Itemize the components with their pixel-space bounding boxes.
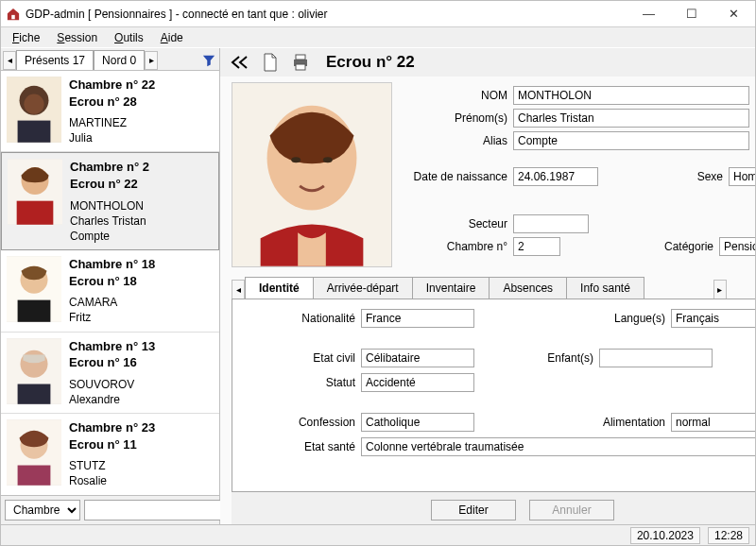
- detail-tabs-left[interactable]: ◂: [232, 280, 245, 299]
- tab-info-sante[interactable]: Info santé: [566, 277, 644, 299]
- tab-absences[interactable]: Absences: [489, 277, 567, 299]
- list-item-info: Chambre n° 22 Ecrou n° 28 MARTINEZ Julia: [69, 77, 155, 145]
- titlebar: GDP-admin [ Pensionnaires ] - connecté e…: [1, 1, 755, 27]
- app-icon: [7, 8, 20, 21]
- cancel-button: Annuler: [529, 500, 614, 520]
- tabs-scroll-right[interactable]: ▸: [145, 51, 158, 70]
- identite-form: Nationalité France Langue(s) Français Et…: [232, 299, 755, 492]
- action-buttons: Editer Annuler: [232, 492, 755, 524]
- surname-field[interactable]: MONTHOLON: [513, 86, 749, 105]
- maximize-button[interactable]: ☐: [670, 1, 713, 27]
- close-button[interactable]: ✕: [713, 1, 755, 27]
- detail-tabs: ◂ Identité Arrivée-départ Inventaire Abs…: [232, 277, 755, 299]
- category-field[interactable]: Pensionnaire: [719, 237, 755, 256]
- languages-field[interactable]: Français: [671, 309, 755, 328]
- confession-field[interactable]: Catholique: [361, 413, 474, 432]
- statusbar: 20.10.2023 12:28: [1, 524, 755, 545]
- svg-point-24: [323, 157, 333, 162]
- avatar: [7, 77, 61, 143]
- svg-rect-18: [296, 55, 305, 60]
- filter-value-input[interactable]: [84, 500, 235, 520]
- children-field[interactable]: [599, 349, 713, 367]
- list-item[interactable]: Chambre n° 23 Ecrou n° 11 STUTZ Rosalie: [1, 414, 219, 495]
- sidebar-tabs: ◂ Présents 17 Nord 0 ▸: [1, 48, 219, 70]
- list-item-info: Chambre n° 2 Ecrou n° 22 MONTHOLON Charl…: [70, 159, 149, 244]
- edit-button[interactable]: Editer: [431, 500, 516, 520]
- menu-aide[interactable]: Aide: [153, 29, 191, 46]
- new-document-icon[interactable]: [260, 52, 281, 73]
- tab-arrivee-depart[interactable]: Arrivée-départ: [313, 277, 413, 299]
- sector-field[interactable]: [513, 214, 589, 233]
- window-controls: — ☐ ✕: [627, 1, 755, 27]
- filter-icon[interactable]: [200, 51, 217, 70]
- room-field[interactable]: 2: [513, 237, 560, 256]
- given-name-field[interactable]: Charles Tristan: [513, 109, 749, 128]
- svg-rect-16: [18, 466, 51, 486]
- sidebar: ◂ Présents 17 Nord 0 ▸ Chambre n° 22 Ecr…: [1, 48, 220, 524]
- avatar: [7, 419, 61, 486]
- back-double-icon[interactable]: [230, 52, 250, 73]
- toolbar: Ecrou n° 22: [220, 48, 755, 77]
- tab-identite[interactable]: Identité: [245, 277, 314, 299]
- status-time: 12:28: [708, 527, 749, 544]
- tab-presents[interactable]: Présents 17: [16, 50, 94, 71]
- avatar: [8, 159, 62, 225]
- page-title: Ecrou n° 22: [326, 53, 415, 72]
- svg-point-23: [291, 157, 301, 162]
- menubar: Fiche Session Outils Aide: [1, 27, 755, 48]
- resident-photo: [232, 82, 392, 267]
- tabs-scroll-left[interactable]: ◂: [3, 51, 16, 70]
- svg-rect-10: [18, 300, 51, 322]
- svg-rect-0: [11, 14, 15, 18]
- list-item-info: Chambre n° 23 Ecrou n° 11 STUTZ Rosalie: [69, 419, 155, 488]
- marital-status-field[interactable]: Célibataire: [361, 349, 474, 367]
- dob-field[interactable]: 24.06.1987: [513, 167, 598, 186]
- list-item[interactable]: Chambre n° 2 Ecrou n° 22 MONTHOLON Charl…: [1, 152, 219, 250]
- main-panel: Ecrou n° 22: [220, 48, 755, 524]
- window-title: GDP-admin [ Pensionnaires ] - connecté e…: [26, 8, 627, 21]
- svg-point-12: [21, 350, 48, 377]
- tab-nord[interactable]: Nord 0: [94, 50, 145, 71]
- menu-fiche[interactable]: Fiche: [5, 29, 47, 46]
- status-date: 20.10.2023: [630, 527, 700, 544]
- svg-rect-19: [296, 64, 305, 70]
- list-item-info: Chambre n° 18 Ecrou n° 18 CAMARA Fritz: [69, 256, 155, 325]
- alias-field[interactable]: Compte: [513, 131, 749, 150]
- menu-session[interactable]: Session: [49, 29, 105, 46]
- sidebar-filter: Chambre Go: [1, 495, 219, 524]
- list-item[interactable]: Chambre n° 13 Ecrou n° 16 SOUVOROV Alexa…: [1, 333, 219, 414]
- identity-header: NOMMONTHOLON Prénom(s)Charles Tristan Al…: [232, 82, 755, 267]
- sex-field[interactable]: Homme: [729, 167, 755, 186]
- app-window: GDP-admin [ Pensionnaires ] - connecté e…: [0, 0, 756, 546]
- body: ◂ Présents 17 Nord 0 ▸ Chambre n° 22 Ecr…: [1, 48, 755, 524]
- avatar: [7, 256, 61, 322]
- tab-inventaire[interactable]: Inventaire: [412, 277, 490, 299]
- svg-rect-7: [17, 201, 54, 225]
- diet-field[interactable]: normal: [671, 413, 755, 432]
- identity-fields: NOMMONTHOLON Prénom(s)Charles Tristan Al…: [404, 82, 755, 267]
- menu-outils[interactable]: Outils: [107, 29, 151, 46]
- nationality-field[interactable]: France: [361, 309, 474, 328]
- print-icon[interactable]: [290, 52, 311, 73]
- status-field[interactable]: Accidenté: [361, 373, 474, 392]
- detail-tabs-right[interactable]: ▸: [713, 280, 727, 299]
- list-item[interactable]: Chambre n° 22 Ecrou n° 28 MARTINEZ Julia: [1, 71, 219, 152]
- resident-list[interactable]: Chambre n° 22 Ecrou n° 28 MARTINEZ Julia…: [1, 70, 219, 495]
- avatar: [7, 338, 61, 404]
- filter-field-select[interactable]: Chambre: [5, 500, 80, 520]
- list-item[interactable]: Chambre n° 18 Ecrou n° 18 CAMARA Fritz: [1, 250, 219, 332]
- svg-point-3: [24, 94, 43, 114]
- health-state-field[interactable]: Colonne vertébrale traumatisée: [361, 437, 755, 456]
- svg-rect-13: [18, 384, 51, 403]
- svg-rect-4: [18, 121, 51, 143]
- minimize-button[interactable]: —: [627, 1, 670, 27]
- list-item-info: Chambre n° 13 Ecrou n° 16 SOUVOROV Alexa…: [69, 338, 155, 407]
- form-area: NOMMONTHOLON Prénom(s)Charles Tristan Al…: [220, 77, 755, 524]
